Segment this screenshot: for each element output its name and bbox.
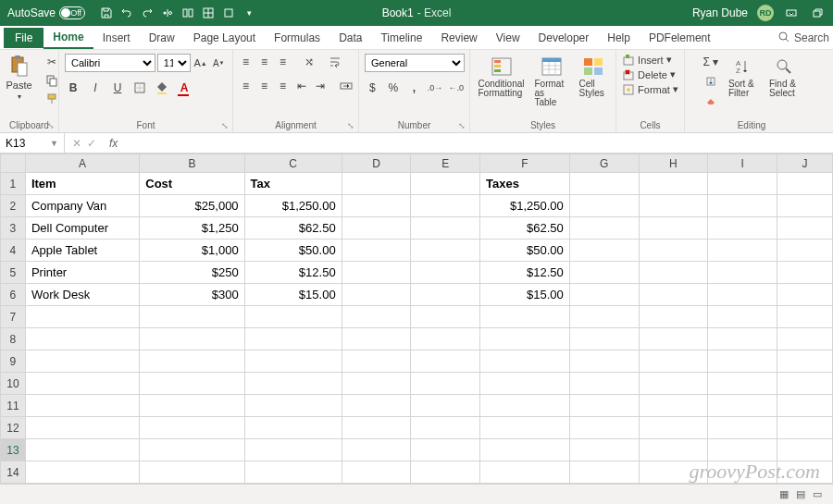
row-header-11[interactable]: 11	[1, 395, 26, 417]
cell-A13[interactable]	[25, 439, 139, 461]
format-painter-icon[interactable]	[44, 91, 60, 107]
find-select-button[interactable]: Find & Select	[765, 54, 802, 100]
cell-G10[interactable]	[569, 373, 639, 395]
cell-J5[interactable]	[777, 262, 832, 284]
cell-F7[interactable]	[480, 306, 570, 328]
name-box[interactable]: K13 ▼	[0, 133, 65, 153]
qat-icon-4[interactable]	[220, 5, 237, 21]
bold-button[interactable]: B	[65, 80, 81, 96]
cell-G7[interactable]	[569, 306, 639, 328]
cell-B14[interactable]	[140, 461, 244, 484]
cell-F4[interactable]: $50.00	[480, 240, 570, 262]
cell-J10[interactable]	[777, 373, 832, 395]
cell-F9[interactable]	[480, 350, 570, 373]
row-header-2[interactable]: 2	[1, 195, 26, 217]
cell-E4[interactable]	[411, 240, 480, 262]
col-header-H[interactable]: H	[639, 154, 708, 173]
cell-D10[interactable]	[342, 373, 411, 395]
cell-I13[interactable]	[708, 439, 777, 461]
cell-H3[interactable]	[639, 217, 708, 240]
cell-I9[interactable]	[708, 350, 777, 373]
cell-C3[interactable]: $62.50	[244, 217, 342, 240]
select-all[interactable]	[1, 154, 26, 173]
cell-J2[interactable]	[777, 195, 832, 217]
cell-A8[interactable]	[25, 328, 139, 350]
cell-C4[interactable]: $50.00	[244, 240, 342, 262]
cell-I7[interactable]	[708, 306, 777, 328]
cell-B5[interactable]: $250	[140, 262, 244, 284]
cell-H1[interactable]	[639, 173, 708, 195]
col-header-E[interactable]: E	[411, 154, 480, 173]
tab-timeline[interactable]: Timeline	[371, 28, 431, 48]
wrap-text-icon[interactable]	[327, 54, 343, 70]
align-top-icon[interactable]: ≡	[238, 54, 255, 70]
orientation-icon[interactable]: ⤭	[301, 54, 317, 70]
clipboard-launcher-icon[interactable]: ⤡	[47, 121, 56, 130]
cell-J12[interactable]	[777, 417, 832, 439]
cell-G13[interactable]	[569, 439, 639, 461]
cell-D5[interactable]	[342, 262, 411, 284]
tab-developer[interactable]: Developer	[529, 28, 599, 48]
cell-C9[interactable]	[244, 350, 342, 373]
cell-H4[interactable]	[639, 240, 708, 262]
align-middle-icon[interactable]: ≡	[256, 54, 273, 70]
cell-D2[interactable]	[342, 195, 411, 217]
cell-E7[interactable]	[411, 306, 480, 328]
cell-J4[interactable]	[777, 240, 832, 262]
view-break-icon[interactable]: ▭	[809, 488, 826, 500]
cell-H6[interactable]	[639, 284, 708, 306]
cell-G1[interactable]	[569, 173, 639, 195]
cell-C1[interactable]: Tax	[244, 173, 342, 195]
cell-I4[interactable]	[708, 240, 777, 262]
autosave-toggle[interactable]: AutoSave Off	[7, 6, 85, 19]
merge-icon[interactable]	[338, 78, 354, 94]
cell-E6[interactable]	[411, 284, 480, 306]
cell-D12[interactable]	[342, 417, 411, 439]
cell-B1[interactable]: Cost	[140, 173, 244, 195]
search-box[interactable]: Search	[778, 31, 829, 44]
fill-icon[interactable]	[701, 73, 721, 90]
tab-view[interactable]: View	[487, 28, 529, 48]
tab-home[interactable]: Home	[44, 27, 93, 49]
cell-J1[interactable]	[777, 173, 832, 195]
tab-help[interactable]: Help	[598, 28, 640, 48]
number-format-select[interactable]: General	[365, 54, 465, 72]
delete-cells-button[interactable]: Delete ▾	[622, 68, 678, 80]
italic-button[interactable]: I	[87, 80, 104, 96]
row-header-5[interactable]: 5	[1, 262, 26, 284]
cell-D13[interactable]	[342, 439, 411, 461]
spreadsheet-grid[interactable]: ABCDEFGHIJ1ItemCostTaxTaxes2Company Van$…	[0, 154, 833, 504]
tab-file[interactable]: File	[4, 28, 44, 48]
cell-F11[interactable]	[480, 395, 570, 417]
cell-H5[interactable]	[639, 262, 708, 284]
cell-G2[interactable]	[569, 195, 639, 217]
tab-page-layout[interactable]: Page Layout	[184, 28, 265, 48]
format-cells-button[interactable]: Format ▾	[622, 83, 678, 95]
cell-I6[interactable]	[708, 284, 777, 306]
decrease-decimal-icon[interactable]: ←.0	[448, 80, 464, 96]
row-header-1[interactable]: 1	[1, 173, 26, 195]
row-header-14[interactable]: 14	[1, 461, 26, 484]
col-header-B[interactable]: B	[140, 154, 244, 173]
cell-D4[interactable]	[342, 240, 411, 262]
cell-A11[interactable]	[25, 395, 139, 417]
increase-decimal-icon[interactable]: .0→	[428, 80, 443, 96]
cell-I3[interactable]	[708, 217, 777, 240]
enter-formula-icon[interactable]: ✓	[87, 137, 96, 150]
cell-J3[interactable]	[777, 217, 832, 240]
decrease-font-icon[interactable]: A▼	[210, 55, 227, 71]
cell-E3[interactable]	[411, 217, 480, 240]
cell-J6[interactable]	[777, 284, 832, 306]
cell-A12[interactable]	[25, 417, 139, 439]
cell-D8[interactable]	[342, 328, 411, 350]
cell-B4[interactable]: $1,000	[140, 240, 244, 262]
cell-I1[interactable]	[708, 173, 777, 195]
cell-H9[interactable]	[639, 350, 708, 373]
comma-icon[interactable]: ,	[406, 80, 422, 96]
clear-icon[interactable]	[701, 92, 721, 109]
align-center-icon[interactable]: ≡	[256, 78, 273, 94]
cell-I5[interactable]	[708, 262, 777, 284]
row-header-8[interactable]: 8	[1, 328, 26, 350]
cancel-formula-icon[interactable]: ✕	[72, 137, 81, 150]
cell-H10[interactable]	[639, 373, 708, 395]
